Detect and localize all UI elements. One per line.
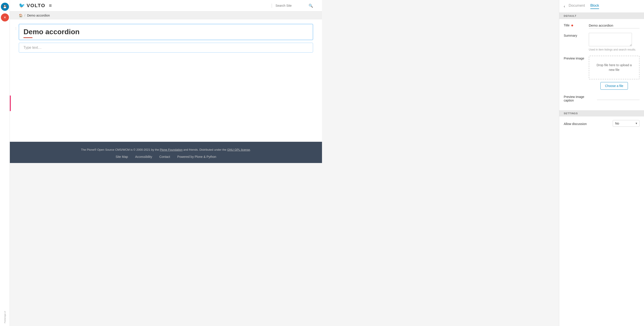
cancel-icon: ✕ [4,16,6,19]
text-placeholder: Type text… [24,46,42,50]
search-input[interactable] [276,4,307,8]
hamburger-menu-button[interactable]: ≡ [49,3,52,8]
bird-icon: 🐦 [19,3,25,8]
page-content: ⋮⋮ Type text… [10,20,322,142]
title-input[interactable] [24,28,308,36]
breadcrumb: 🏠 / Demo accordion [10,12,322,20]
left-bar [10,96,11,111]
site-map-link[interactable]: Site Map [116,155,128,158]
site-header: 🐦 VOLTO ≡ 🔍 [10,0,322,12]
left-toolbar: 💾 ✕ Pastanaga UI [0,0,10,163]
save-button[interactable]: 💾 [1,3,9,11]
text-block-wrapper: Type text… [19,43,313,52]
volto-logo: 🐦 VOLTO [19,3,46,8]
text-block[interactable]: Type text… [19,43,313,52]
contact-link[interactable]: Contact [159,155,170,158]
main-area: 🐦 VOLTO ≡ 🔍 🏠 / Demo accordion ⋮⋮ [10,0,322,163]
footer-links: Site Map Accessibility Contact Powered b… [19,155,313,158]
gnu-gpl-link[interactable]: GNU GPL license [227,148,250,151]
title-block-wrapper: ⋮⋮ [19,24,313,40]
title-block [19,24,313,40]
powered-by-link[interactable]: Powered by Plone & Python [177,155,216,158]
site-footer: The Plone® Open Source CMS/WCM is © 2000… [10,142,322,163]
footer-copyright: The Plone® Open Source CMS/WCM is © 2000… [19,148,313,151]
logo-text: VOLTO [26,3,46,8]
title-underline [24,37,32,38]
plone-foundation-link[interactable]: Plone Foundation [160,148,183,151]
accessibility-link[interactable]: Accessibility [135,155,152,158]
logo-area: 🐦 VOLTO ≡ [19,3,52,8]
search-icon[interactable]: 🔍 [308,4,313,8]
breadcrumb-separator: / [24,14,25,17]
save-icon: 💾 [3,5,7,8]
breadcrumb-current: Demo accordion [27,14,50,17]
breadcrumb-home-icon[interactable]: 🏠 [19,14,22,17]
search-area: 🔍 [272,4,313,8]
block-drag-handle[interactable]: ⋮⋮ [14,26,20,30]
cancel-button[interactable]: ✕ [1,14,9,22]
